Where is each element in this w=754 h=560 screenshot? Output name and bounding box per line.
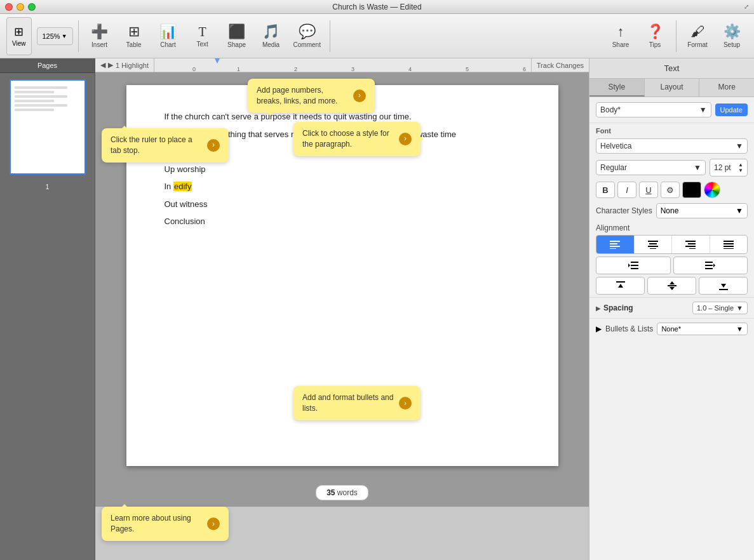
tooltip-paragraph-arrow[interactable]: ›	[399, 133, 412, 145]
toolbar-right: ↑ Share ❓ Tips 🖌 Format ⚙️ Setup	[605, 17, 748, 55]
spacing-value[interactable]: 1.0 – Single ▼	[692, 302, 748, 314]
color-wheel-button[interactable]	[704, 182, 720, 198]
indent-decrease-button[interactable]	[596, 257, 671, 274]
tooltip-ruler-arrow[interactable]: ›	[207, 139, 220, 152]
ruler-tick-6: 6	[523, 66, 526, 72]
align-right-button[interactable]	[672, 236, 710, 253]
maximize-button[interactable]	[28, 3, 36, 11]
svg-marker-23	[713, 263, 715, 267]
tooltip-ruler: Click the ruler to place a tab stop. ›	[102, 128, 229, 163]
ruler-tick-5: 5	[466, 66, 469, 72]
tooltip-learn-arrow[interactable]: ›	[207, 517, 220, 530]
tab-layout[interactable]: Layout	[645, 79, 700, 97]
bullets-select[interactable]: None* ▼	[657, 323, 748, 335]
bold-button[interactable]: B	[596, 182, 615, 198]
svg-marker-25	[618, 284, 623, 288]
align-left-button[interactable]	[596, 236, 635, 253]
toolbar-divider-3	[676, 20, 677, 52]
svg-rect-15	[724, 248, 734, 249]
ruler-tick-2: 2	[294, 66, 297, 72]
ruler-content[interactable]: 0 1 2 3 4 5 6	[154, 58, 531, 72]
italic-button[interactable]: I	[617, 182, 636, 198]
pages-header: Pages	[0, 58, 95, 73]
chart-button[interactable]: 📊 Chart	[152, 17, 184, 55]
close-button[interactable]	[5, 3, 13, 11]
doc-line-6: Out witness	[165, 198, 520, 211]
align-center-button[interactable]	[635, 236, 673, 253]
tab-more[interactable]: More	[699, 79, 754, 97]
track-changes: Track Changes	[531, 58, 589, 72]
update-button[interactable]: Update	[715, 103, 748, 116]
view-button[interactable]: ⊞ View	[6, 17, 32, 55]
svg-marker-28	[670, 287, 675, 290]
format-button[interactable]: 🖌 Format	[682, 17, 713, 55]
tooltip-insert-arrow[interactable]: ›	[353, 90, 366, 102]
resize-icon[interactable]: ⤢	[744, 3, 749, 10]
alignment-section: Alignment	[589, 221, 754, 297]
minimize-button[interactable]	[17, 3, 24, 11]
indent-increase-button[interactable]	[673, 257, 748, 274]
align-justify-button[interactable]	[710, 236, 748, 253]
comment-button[interactable]: 💬 Comment	[290, 17, 325, 55]
indent-buttons	[596, 257, 748, 274]
zoom-button[interactable]: 125% ▼	[37, 27, 73, 45]
font-size-input[interactable]: 12 pt ▲▼	[710, 159, 748, 177]
valign-middle-button[interactable]	[647, 277, 696, 295]
panel-header: Text	[589, 58, 754, 79]
ruler-nav[interactable]: ◀ ▶ 1 Highlight	[95, 58, 154, 72]
svg-rect-8	[685, 241, 696, 242]
table-button[interactable]: ⊞ Table	[118, 17, 150, 55]
ruler-forward[interactable]: ▶	[108, 61, 113, 69]
tab-style[interactable]: Style	[589, 79, 645, 97]
right-panel: Text Style Layout More Body* ▼ Update Fo…	[589, 58, 754, 560]
chevron-down-icon: ▼	[736, 325, 743, 333]
font-style-row: Regular ▼ 12 pt ▲▼	[589, 156, 754, 179]
svg-marker-19	[628, 263, 630, 267]
bullets-section: ▶ Bullets & Lists None* ▼	[589, 318, 754, 339]
shape-button[interactable]: ⬛ Shape	[221, 17, 253, 55]
text-button[interactable]: T Text	[187, 17, 219, 55]
insert-button[interactable]: ➕ Insert	[84, 17, 116, 55]
tooltip-insert: Add page numbers, breaks, links, and mor…	[248, 79, 375, 113]
font-color-swatch[interactable]	[682, 182, 701, 198]
share-button[interactable]: ↑ Share	[605, 17, 636, 55]
text-effects-button[interactable]: ⚙	[661, 182, 680, 198]
word-count-number: 35	[327, 488, 335, 497]
spacing-header[interactable]: ▶ Spacing 1.0 – Single ▼	[596, 302, 748, 314]
valign-top-button[interactable]	[596, 277, 645, 295]
pages-sidebar: Pages 1	[0, 58, 95, 560]
tooltip-bullets-text: Add and format bullets and lists.	[302, 392, 394, 414]
thumb-line	[15, 109, 54, 111]
highlight-label: 1 Highlight	[116, 62, 149, 69]
size-stepper[interactable]: ▲▼	[738, 162, 743, 173]
tips-button[interactable]: ❓ Tips	[639, 17, 671, 55]
thumb-line	[15, 104, 67, 107]
svg-rect-2	[610, 246, 620, 247]
ruler-tick-3: 3	[351, 66, 354, 72]
svg-rect-22	[705, 268, 713, 269]
underline-button[interactable]: U	[639, 182, 658, 198]
ruler-back[interactable]: ◀	[100, 61, 105, 69]
tooltip-paragraph: Click to choose a style for the paragrap…	[293, 122, 421, 156]
main-area: Pages 1 ◀ ▶ 1 Highlight 0 1	[0, 58, 754, 560]
valign-bottom-button[interactable]	[699, 277, 748, 295]
character-styles-select[interactable]: None ▼	[656, 203, 748, 218]
svg-rect-11	[689, 248, 696, 249]
setup-button[interactable]: ⚙️ Setup	[716, 17, 748, 55]
svg-rect-24	[616, 281, 625, 283]
ruler-marker[interactable]	[215, 58, 220, 63]
window-controls[interactable]	[5, 3, 36, 11]
window-title: Church is Waste — Edited	[332, 3, 421, 11]
toolbar: ⊞ View 125% ▼ ➕ Insert ⊞ Table 📊 Chart T…	[0, 14, 754, 58]
gear-icon: ⚙	[666, 185, 674, 195]
font-family-select[interactable]: Helvetica ▼	[596, 138, 748, 154]
font-style-select[interactable]: Regular ▼	[596, 160, 706, 175]
svg-rect-13	[724, 243, 734, 244]
media-button[interactable]: 🎵 Media	[255, 17, 287, 55]
alignment-buttons	[596, 235, 748, 254]
page-thumbnail[interactable]	[10, 79, 86, 175]
tooltip-bullets-arrow[interactable]: ›	[399, 397, 412, 410]
svg-rect-21	[705, 265, 713, 266]
paragraph-style-select[interactable]: Body* ▼	[596, 102, 711, 117]
tooltip-learn: Learn more about using Pages. ›	[102, 507, 229, 541]
